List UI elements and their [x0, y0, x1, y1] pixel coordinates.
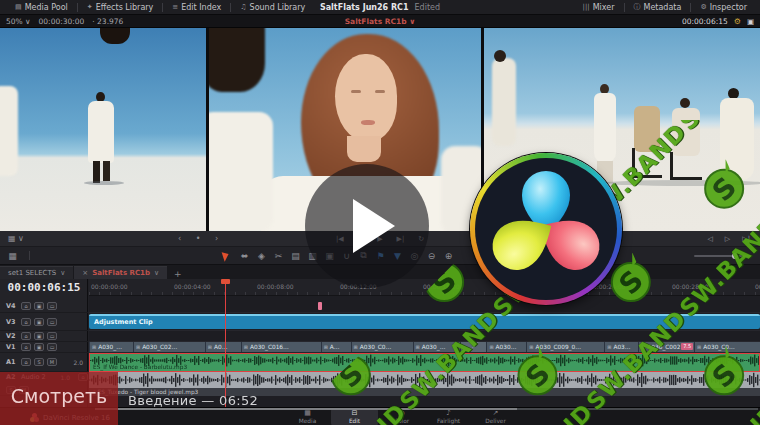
video-clip[interactable]: ⊞A030… — [486, 342, 526, 352]
zoom-in-icon[interactable]: ⊕ — [440, 251, 457, 261]
timeline-name-select[interactable]: SaltFlats RC1b ∨ — [345, 17, 416, 26]
gear-icon[interactable]: ⚙ — [734, 17, 741, 26]
timeline-tab[interactable]: set1 SELECTS∨ — [0, 266, 73, 279]
enable-track-icon[interactable]: ▭ — [47, 302, 57, 310]
close-icon[interactable]: × — [82, 269, 88, 277]
selection-tool-icon[interactable] — [222, 250, 231, 261]
clip-icon: ⊞ — [208, 342, 212, 352]
page-tab-deliver[interactable]: ↗Deliver — [472, 408, 519, 425]
playhead-cap — [221, 279, 230, 284]
timeline-tab[interactable]: ×SaltFlats RC1b∨ — [74, 266, 167, 279]
page-tab-label: Media — [299, 418, 316, 424]
button-mixer[interactable]: |||Mixer — [574, 0, 624, 14]
track-channels: 2.0 — [73, 359, 83, 366]
lock-icon[interactable]: ⌂ — [21, 332, 31, 340]
track-header-v2[interactable]: V2⌂▣▭ — [0, 331, 88, 342]
enable-track-icon[interactable]: ▭ — [47, 318, 57, 326]
adjustment-clip[interactable]: Adjustment Clip — [89, 314, 760, 329]
zoom-out-icon[interactable]: ⊖ — [423, 251, 440, 261]
track-name: V4 — [6, 302, 18, 310]
effects-library-icon: ✦ — [87, 3, 93, 11]
auto-select-icon[interactable]: ▣ — [34, 318, 44, 326]
video-clip[interactable]: ⊞A030_… — [413, 342, 461, 352]
add-timeline-tab-button[interactable]: + — [174, 269, 182, 279]
scene-shape — [347, 136, 381, 162]
mute-icon[interactable]: M — [47, 358, 57, 366]
lock-icon[interactable]: ⌂ — [21, 358, 31, 366]
timeline-ruler[interactable]: 00:00:00:0000:00:04:0000:00:08:0000:00:1… — [89, 279, 760, 296]
playhead[interactable] — [225, 279, 226, 407]
watch-overlay[interactable]: Смотреть — [0, 372, 118, 425]
timeline-lane-v2[interactable] — [89, 331, 760, 342]
resolve-logo-petals — [475, 158, 617, 300]
page-tab-color[interactable]: ◑Color — [378, 408, 425, 425]
button-effects-library[interactable]: ✦Effects Library — [78, 0, 163, 14]
page-tab-fairlight[interactable]: ♪Fairlight — [425, 408, 472, 425]
video-clip[interactable]: ⊞A030_C02… — [133, 342, 205, 352]
enable-track-icon[interactable]: ▭ — [47, 332, 57, 340]
dual-screen-icon[interactable]: ▣ — [747, 17, 754, 26]
auto-select-icon[interactable]: ▣ — [34, 343, 44, 351]
timeline-zoom-slider[interactable] — [694, 255, 752, 257]
edit-index-icon: ≡ — [172, 3, 178, 11]
dynamic-trim-icon[interactable]: ◈ — [253, 251, 270, 261]
scene-shape — [0, 86, 18, 176]
track-header-v3[interactable]: V3⌂▣▭ — [0, 313, 88, 331]
page-tab-edit[interactable]: ⊟Edit — [331, 408, 378, 425]
player-progress-track[interactable] — [517, 408, 758, 410]
video-clip[interactable]: ⊞A030_C016… — [241, 342, 321, 352]
track-header-v1[interactable]: V1⌂▣▭ — [0, 342, 88, 353]
clip-icon: ⊞ — [136, 342, 140, 352]
left-viewer-image[interactable] — [0, 28, 206, 231]
video-clip[interactable]: ⊞A030_C009_0… — [526, 342, 604, 352]
scene-shape — [93, 161, 100, 183]
play-button[interactable] — [305, 164, 429, 288]
trim-edit-mode-icon[interactable]: ⬌ — [236, 251, 253, 261]
button-media-pool[interactable]: ▤Media Pool — [6, 0, 77, 14]
auto-select-icon[interactable]: ▣ — [34, 332, 44, 340]
video-clip[interactable]: ⊞A030_… — [89, 342, 133, 352]
next-icon[interactable]: ▷ — [725, 235, 730, 243]
viewer-timecode: 00:00:06:15 — [682, 17, 728, 26]
timeline-view-options-icon[interactable]: ▦ — [4, 251, 21, 261]
video-clip[interactable]: ⊞A030_C0027.5 — [638, 342, 694, 352]
video-clip[interactable]: ⊞A030_C0… — [351, 342, 413, 352]
button-metadata[interactable]: ⓘMetadata — [625, 0, 691, 14]
solo-icon[interactable]: S — [34, 358, 44, 366]
chevron-down-icon[interactable]: ∨ — [60, 269, 65, 277]
button-sound-library[interactable]: ♫Sound Library — [231, 0, 314, 14]
insert-clip-icon[interactable]: ▤ — [287, 251, 304, 261]
audio-clip-a1[interactable]: ES_If We Dance - Barbelutu.mp3 — [89, 353, 760, 372]
video-clip[interactable]: ⊞A… — [321, 342, 351, 352]
button-inspector[interactable]: ⚙Inspector — [691, 0, 756, 14]
jog-dots[interactable]: ‹ • › — [178, 234, 224, 243]
timeline-lane-v4[interactable] — [89, 300, 760, 313]
player-progress-bar[interactable] — [95, 408, 517, 410]
track-header-a1[interactable]: A1⌂SM2.0 — [0, 353, 88, 372]
prev-icon[interactable]: ◁ — [707, 235, 712, 243]
timeline-canvas[interactable]: 00:00:00:0000:00:04:0000:00:08:0000:00:1… — [89, 279, 760, 407]
viewer-grid-select-icon[interactable]: ▦ ∨ — [8, 234, 24, 243]
video-clip[interactable]: ⊞A030_C0… — [694, 342, 760, 352]
scene-shape — [594, 93, 616, 163]
button-edit-index[interactable]: ≡Edit Index — [163, 0, 230, 14]
razor-icon[interactable]: ✂ — [270, 251, 287, 261]
enable-track-icon[interactable]: ▭ — [47, 343, 57, 351]
source-zoom-select[interactable]: 50% ∨ — [6, 17, 31, 26]
page-tab-media[interactable]: ▦Media — [284, 408, 331, 425]
top-toolbar-left: ▤Media Pool✦Effects Library≡Edit Index♫S… — [6, 0, 314, 14]
end-icon[interactable]: ▷| — [742, 235, 750, 243]
auto-select-icon[interactable]: ▣ — [34, 302, 44, 310]
chevron-down-icon[interactable]: ∨ — [154, 269, 159, 277]
video-clip[interactable]: ⊞A0… — [205, 342, 241, 352]
clip-label: A03… — [613, 342, 630, 352]
video-clip[interactable]: ⊞A03… — [604, 342, 638, 352]
lock-icon[interactable]: ⌂ — [21, 302, 31, 310]
zoom-slider-knob[interactable] — [732, 253, 738, 259]
timeline-marker[interactable] — [318, 302, 322, 310]
lock-icon[interactable]: ⌂ — [21, 343, 31, 351]
track-header-v4[interactable]: V4⌂▣▭ — [0, 300, 88, 313]
lock-icon[interactable]: ⌂ — [21, 318, 31, 326]
clip-icon: ⊞ — [697, 342, 701, 352]
transition-clip[interactable] — [460, 342, 486, 352]
